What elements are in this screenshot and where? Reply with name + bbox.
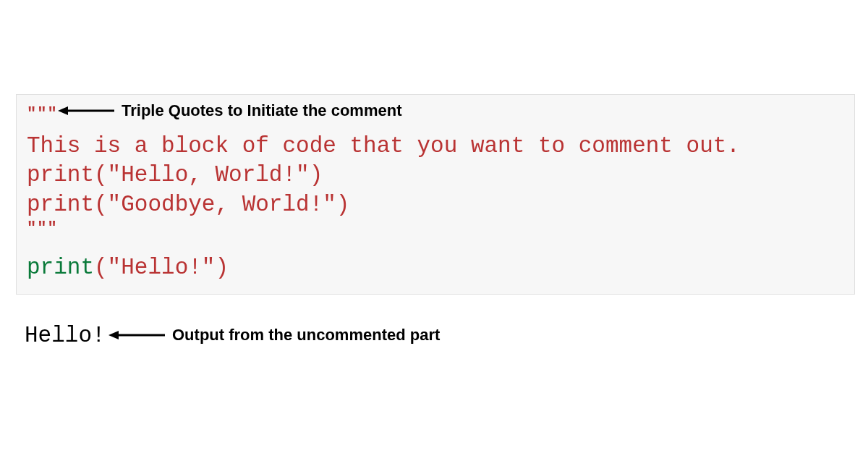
- annotation-top: Triple Quotes to Initiate the comment: [58, 101, 402, 120]
- print-args: ("Hello, World!"): [94, 162, 323, 187]
- annotation-bottom: Output from the uncommented part: [109, 326, 440, 345]
- print-args: ("Hello!"): [94, 255, 229, 280]
- svg-marker-3: [109, 331, 119, 339]
- triple-quote-close: """: [27, 219, 58, 237]
- code-line-close-quotes: """: [27, 219, 844, 237]
- annotation-bottom-text: Output from the uncommented part: [172, 326, 440, 345]
- code-line-4: print("Hello!"): [27, 253, 844, 282]
- triple-quote-open: """: [27, 105, 58, 123]
- annotation-top-text: Triple Quotes to Initiate the comment: [122, 101, 402, 120]
- code-line-3: print("Goodbye, World!"): [27, 190, 844, 219]
- code-block: """ This is a block of code that you wan…: [16, 94, 855, 295]
- code-line-1: This is a block of code that you want to…: [27, 132, 844, 161]
- print-keyword: print: [27, 162, 94, 187]
- print-keyword: print: [27, 255, 94, 280]
- print-keyword: print: [27, 192, 94, 217]
- arrow-left-icon: [109, 328, 165, 342]
- svg-marker-1: [58, 106, 68, 115]
- print-args: ("Goodbye, World!"): [94, 192, 349, 217]
- arrow-left-icon: [58, 104, 114, 118]
- code-line-2: print("Hello, World!"): [27, 161, 844, 190]
- output-text: Hello!: [25, 323, 106, 348]
